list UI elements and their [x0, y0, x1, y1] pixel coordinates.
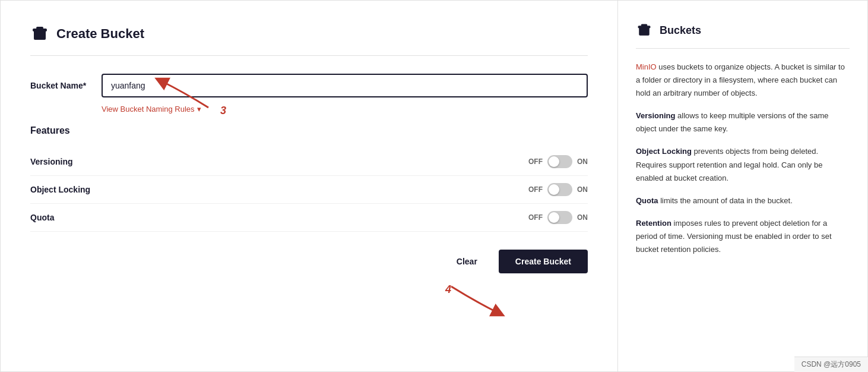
footer: CSDN @远方0905	[794, 357, 868, 372]
object-locking-label: Object Locking	[30, 185, 90, 194]
feature-row-versioning: Versioning OFF ON	[30, 148, 588, 176]
create-bucket-button[interactable]: Create Bucket	[499, 250, 588, 273]
sidebar-p4: Quota limits the amount of data in the b…	[636, 194, 850, 207]
clear-button[interactable]: Clear	[445, 251, 489, 272]
svg-rect-5	[641, 24, 648, 27]
quota-off-label: OFF	[528, 213, 543, 222]
bucket-name-input[interactable]	[102, 74, 588, 97]
footer-text: CSDN @远方0905	[802, 360, 861, 368]
annotation-4: 4	[445, 283, 451, 296]
object-locking-toggle[interactable]	[547, 183, 572, 196]
sidebar-title: Buckets	[660, 24, 701, 37]
quota-label: Quota	[30, 213, 54, 222]
svg-rect-2	[36, 27, 43, 29]
minio-highlight: MinIO	[636, 62, 657, 71]
sidebar-bucket-icon	[636, 22, 652, 39]
form-section: Bucket Name* 3 View Bucket Naming Rules	[30, 74, 588, 232]
actions-row: Clear Create Bucket	[30, 250, 588, 273]
naming-rules-link[interactable]: View Bucket Naming Rules ▾	[102, 105, 588, 114]
features-title: Features	[30, 125, 588, 136]
sidebar: Buckets MinIO uses buckets to organize o…	[618, 1, 867, 371]
feature-row-object-locking: Object Locking OFF ON	[30, 176, 588, 204]
bucket-icon	[30, 24, 49, 43]
sidebar-p5: Retention imposes rules to prevent objec…	[636, 217, 850, 256]
quota-toggle[interactable]	[547, 211, 572, 224]
versioning-off-label: OFF	[528, 157, 543, 166]
sidebar-p1: MinIO uses buckets to organize objects. …	[636, 61, 850, 100]
sidebar-body: MinIO uses buckets to organize objects. …	[636, 61, 850, 256]
versioning-label: Versioning	[30, 157, 73, 166]
annotation-3: 3	[220, 105, 226, 117]
quota-toggle-container: OFF ON	[528, 211, 588, 224]
svg-rect-3	[639, 27, 650, 36]
bucket-name-label: Bucket Name*	[30, 81, 102, 90]
versioning-toggle[interactable]	[547, 155, 572, 168]
bucket-name-row: Bucket Name*	[30, 74, 588, 97]
versioning-toggle-container: OFF ON	[528, 155, 588, 168]
quota-on-label: ON	[577, 213, 588, 222]
versioning-on-label: ON	[577, 157, 588, 166]
object-locking-toggle-container: OFF ON	[528, 183, 588, 196]
page-title: Create Bucket	[56, 26, 144, 42]
object-locking-off-label: OFF	[528, 185, 543, 194]
svg-rect-0	[34, 30, 46, 40]
sidebar-header: Buckets	[636, 22, 850, 49]
object-locking-on-label: ON	[577, 185, 588, 194]
feature-row-quota: Quota OFF ON	[30, 204, 588, 232]
sidebar-p3: Object Locking prevents objects from bei…	[636, 145, 850, 184]
annotation-arrow-4	[439, 280, 511, 322]
page-header: Create Bucket	[30, 24, 588, 56]
sidebar-p2: Versioning allows to keep multiple versi…	[636, 109, 850, 135]
